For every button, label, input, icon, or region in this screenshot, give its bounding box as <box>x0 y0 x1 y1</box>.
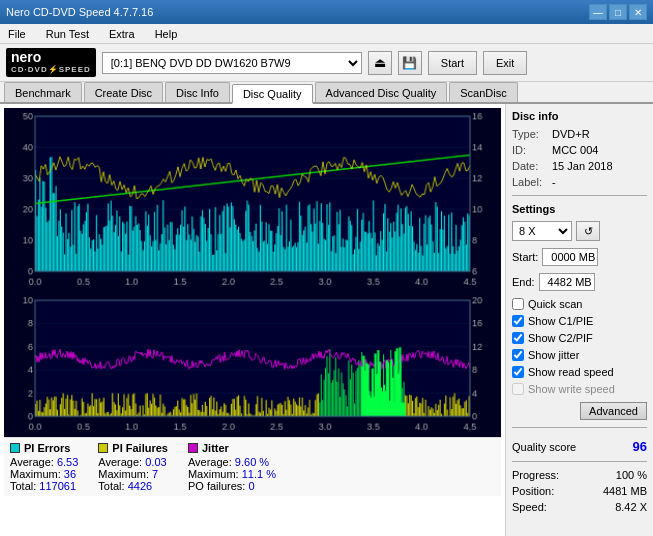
divider3 <box>512 461 647 462</box>
main-content: PI Errors Average: 6.53 Maximum: 36 Tota… <box>0 104 653 536</box>
jitter-max-value: 11.1 % <box>242 468 276 480</box>
disc-label-row: Label: - <box>512 176 647 188</box>
pi-errors-total-value: 117061 <box>39 480 76 492</box>
pi-errors-max-value: 36 <box>64 468 76 480</box>
jitter-group: Jitter Average: 9.60 % Maximum: 11.1 % P… <box>188 442 276 492</box>
refresh-button[interactable]: ↺ <box>576 221 600 241</box>
show-read-speed-row: Show read speed <box>512 366 647 378</box>
menu-bar: File Run Test Extra Help <box>0 24 653 44</box>
tab-create-disc[interactable]: Create Disc <box>84 82 163 102</box>
pi-failures-total-value: 4426 <box>128 480 152 492</box>
show-c2pif-checkbox[interactable] <box>512 332 524 344</box>
advanced-button[interactable]: Advanced <box>580 402 647 420</box>
show-read-speed-label: Show read speed <box>528 366 614 378</box>
header-area: nero CD·DVD⚡SPEED [0:1] BENQ DVD DD DW16… <box>0 44 653 82</box>
minimize-button[interactable]: — <box>589 4 607 20</box>
chart2-canvas <box>4 292 501 437</box>
pi-failures-avg-row: Average: 0.03 <box>98 456 168 468</box>
disc-type-value: DVD+R <box>552 128 590 140</box>
jitter-po-row: PO failures: 0 <box>188 480 276 492</box>
disc-label-value: - <box>552 176 556 188</box>
pi-errors-avg-value: 6.53 <box>57 456 78 468</box>
jitter-header: Jitter <box>188 442 276 454</box>
disc-date-value: 15 Jan 2018 <box>552 160 613 172</box>
chart-area: PI Errors Average: 6.53 Maximum: 36 Tota… <box>0 104 505 536</box>
title-bar-controls: — □ ✕ <box>589 4 647 20</box>
chart1-canvas <box>4 108 501 292</box>
speed-row: Speed: 8.42 X <box>512 501 647 513</box>
tab-scandisc[interactable]: ScanDisc <box>449 82 517 102</box>
jitter-color <box>188 443 198 453</box>
start-setting-row: Start: <box>512 248 647 266</box>
disc-id-value: MCC 004 <box>552 144 598 156</box>
tab-benchmark[interactable]: Benchmark <box>4 82 82 102</box>
end-setting-row: End: <box>512 273 647 291</box>
show-c1pie-checkbox[interactable] <box>512 315 524 327</box>
exit-button[interactable]: Exit <box>483 51 527 75</box>
jitter-avg-value: 9.60 % <box>235 456 269 468</box>
position-value: 4481 MB <box>603 485 647 497</box>
speed-label: Speed: <box>512 501 547 513</box>
pi-errors-max-row: Maximum: 36 <box>10 468 78 480</box>
menu-run-test[interactable]: Run Test <box>42 26 93 42</box>
pi-failures-max-row: Maximum: 7 <box>98 468 168 480</box>
show-write-speed-checkbox[interactable] <box>512 383 524 395</box>
position-row: Position: 4481 MB <box>512 485 647 497</box>
quality-score-row: Quality score 96 <box>512 439 647 454</box>
right-panel: Disc info Type: DVD+R ID: MCC 004 Date: … <box>505 104 653 536</box>
pi-failures-avg-label: Average: <box>98 456 142 468</box>
jitter-label: Jitter <box>202 442 229 454</box>
title-bar: Nero CD-DVD Speed 4.7.7.16 — □ ✕ <box>0 0 653 24</box>
speed-dropdown[interactable]: 8 X Max 1 X 2 X 4 X 12 X 16 X <box>512 221 572 241</box>
tab-advanced-disc-quality[interactable]: Advanced Disc Quality <box>315 82 448 102</box>
drive-dropdown[interactable]: [0:1] BENQ DVD DD DW1620 B7W9 <box>102 52 362 74</box>
jitter-po-label: PO failures: <box>188 480 245 492</box>
divider2 <box>512 427 647 428</box>
tab-disc-quality[interactable]: Disc Quality <box>232 84 313 104</box>
eject-button[interactable]: ⏏ <box>368 51 392 75</box>
show-write-speed-row: Show write speed <box>512 383 647 395</box>
start-mb-input[interactable] <box>542 248 598 266</box>
menu-extra[interactable]: Extra <box>105 26 139 42</box>
menu-file[interactable]: File <box>4 26 30 42</box>
menu-help[interactable]: Help <box>151 26 182 42</box>
quick-scan-checkbox[interactable] <box>512 298 524 310</box>
pi-errors-color <box>10 443 20 453</box>
progress-label: Progress: <box>512 469 559 481</box>
pi-failures-total-label: Total: <box>98 480 124 492</box>
start-button[interactable]: Start <box>428 51 477 75</box>
disc-type-row: Type: DVD+R <box>512 128 647 140</box>
disc-date-label: Date: <box>512 160 548 172</box>
pi-errors-header: PI Errors <box>10 442 78 454</box>
pi-errors-avg-row: Average: 6.53 <box>10 456 78 468</box>
jitter-max-label: Maximum: <box>188 468 239 480</box>
disc-id-label: ID: <box>512 144 548 156</box>
show-c1pie-label: Show C1/PIE <box>528 315 593 327</box>
progress-value: 100 % <box>616 469 647 481</box>
show-read-speed-checkbox[interactable] <box>512 366 524 378</box>
divider1 <box>512 195 647 196</box>
settings-title: Settings <box>512 203 647 215</box>
title-bar-title: Nero CD-DVD Speed 4.7.7.16 <box>6 6 153 18</box>
pi-errors-total-label: Total: <box>10 480 36 492</box>
show-c2pif-row: Show C2/PIF <box>512 332 647 344</box>
quality-score-label: Quality score <box>512 441 576 453</box>
end-mb-label: End: <box>512 276 535 288</box>
show-jitter-checkbox[interactable] <box>512 349 524 361</box>
end-mb-input[interactable] <box>539 273 595 291</box>
progress-row: Progress: 100 % <box>512 469 647 481</box>
pi-failures-max-value: 7 <box>152 468 158 480</box>
tab-disc-info[interactable]: Disc Info <box>165 82 230 102</box>
jitter-avg-row: Average: 9.60 % <box>188 456 276 468</box>
show-c2pif-label: Show C2/PIF <box>528 332 593 344</box>
speed-setting-row: 8 X Max 1 X 2 X 4 X 12 X 16 X ↺ <box>512 221 647 241</box>
pi-failures-max-label: Maximum: <box>98 468 149 480</box>
quick-scan-label: Quick scan <box>528 298 582 310</box>
maximize-button[interactable]: □ <box>609 4 627 20</box>
save-button[interactable]: 💾 <box>398 51 422 75</box>
show-c1pie-row: Show C1/PIE <box>512 315 647 327</box>
pi-failures-label: PI Failures <box>112 442 168 454</box>
speed-value: 8.42 X <box>615 501 647 513</box>
close-button[interactable]: ✕ <box>629 4 647 20</box>
tabs-bar: Benchmark Create Disc Disc Info Disc Qua… <box>0 82 653 104</box>
